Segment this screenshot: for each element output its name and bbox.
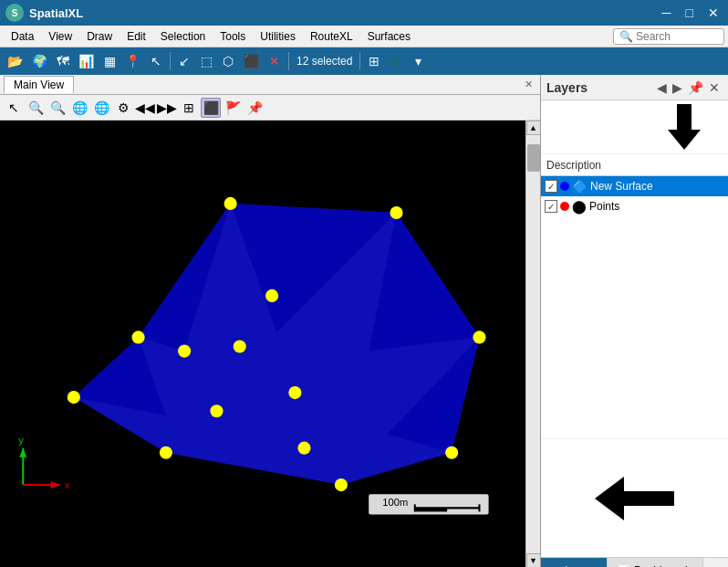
search-icon: 🔍 bbox=[619, 30, 633, 43]
left-arrow-head bbox=[595, 477, 624, 520]
vscroll-up-btn[interactable]: ▲ bbox=[526, 121, 541, 135]
toolbar-sep1 bbox=[170, 52, 171, 70]
toolbar-cursor-btn[interactable]: ↖ bbox=[146, 50, 166, 72]
menu-surfaces[interactable]: Surfaces bbox=[360, 28, 418, 45]
menu-view[interactable]: View bbox=[41, 28, 79, 45]
close-button[interactable]: ✕ bbox=[704, 5, 723, 20]
map-svg: 100m x y bbox=[0, 121, 525, 567]
point-7[interactable] bbox=[160, 446, 172, 459]
menu-edit[interactable]: Edit bbox=[120, 28, 153, 45]
layers-tab-bar: 🗂 Layers 📊 Dashboards bbox=[541, 557, 728, 567]
toolbar-globe-btn[interactable]: 🌍 bbox=[28, 50, 51, 72]
map-layer-btn[interactable]: ⬛ bbox=[201, 98, 221, 118]
maximize-button[interactable]: □ bbox=[682, 5, 697, 20]
dashboards-tab-icon: 📊 bbox=[617, 564, 630, 568]
minimize-button[interactable]: ─ bbox=[659, 5, 675, 20]
menu-routexl[interactable]: RouteXL bbox=[303, 28, 360, 45]
toolbar-x-btn[interactable]: ✕ bbox=[265, 50, 285, 72]
toolbar-map-btn[interactable]: 🗺 bbox=[53, 50, 73, 72]
layers-pin-btn[interactable]: 📌 bbox=[685, 79, 706, 96]
map-zoomin-btn[interactable]: 🔍 bbox=[26, 98, 46, 118]
layers-next-btn[interactable]: ▶ bbox=[670, 79, 685, 96]
menu-selection[interactable]: Selection bbox=[153, 28, 213, 45]
arrow-head bbox=[668, 130, 701, 150]
left-arrow-shaft bbox=[624, 491, 674, 506]
point-8[interactable] bbox=[68, 391, 80, 404]
app-title: S SpatialXL bbox=[5, 4, 83, 22]
tab-layers[interactable]: 🗂 Layers bbox=[541, 558, 608, 567]
down-arrow-area bbox=[541, 100, 728, 154]
point-3[interactable] bbox=[390, 206, 402, 219]
vscroll-thumb[interactable] bbox=[527, 144, 540, 172]
point-11[interactable] bbox=[265, 289, 278, 302]
point-1[interactable] bbox=[132, 331, 145, 343]
scale-fill bbox=[415, 508, 447, 511]
map-gear-btn[interactable]: ⚙ bbox=[113, 98, 133, 118]
layer-name-points: Points bbox=[589, 200, 724, 213]
map-globe2-btn[interactable]: 🌐 bbox=[91, 98, 111, 118]
menu-data[interactable]: Data bbox=[4, 28, 41, 45]
main-view-tab[interactable]: Main View bbox=[4, 76, 74, 93]
point-2[interactable] bbox=[224, 197, 237, 210]
point-14[interactable] bbox=[297, 442, 310, 455]
point-4[interactable] bbox=[473, 331, 485, 343]
toolbar-pin-btn[interactable]: 📍 bbox=[121, 50, 144, 72]
layers-tab-icon: 🗂 bbox=[550, 564, 561, 568]
layers-arrow-area bbox=[541, 438, 728, 557]
layers-list: 🔷 New Surface ⬤ Points bbox=[541, 176, 728, 438]
view-tab-close[interactable]: ✕ bbox=[521, 79, 536, 90]
toolbar-sep3 bbox=[359, 52, 360, 70]
app-logo: S bbox=[5, 4, 24, 22]
vscroll-track[interactable] bbox=[526, 135, 541, 553]
map-prev-btn[interactable]: ◀◀ bbox=[135, 98, 155, 118]
main-area: Main View ✕ ↖ 🔍 🔍 🌐 🌐 ⚙ ◀◀ ▶▶ ⊞ ⬛ 🚩 📌 bbox=[0, 75, 728, 567]
map-pointer-btn[interactable]: ↖ bbox=[4, 98, 24, 118]
map-vscroll: ▲ ▼ bbox=[525, 121, 540, 567]
search-box[interactable]: 🔍 bbox=[613, 28, 724, 45]
search-input[interactable] bbox=[636, 30, 718, 43]
point-5[interactable] bbox=[445, 446, 458, 459]
menu-tools[interactable]: Tools bbox=[213, 28, 253, 45]
toolbar-bar-btn[interactable]: 📊 bbox=[75, 50, 98, 72]
map-globe1-btn[interactable]: 🌐 bbox=[69, 98, 89, 118]
selected-count: 12 selected bbox=[293, 55, 356, 68]
dashboards-tab-label: Dashboards bbox=[634, 564, 693, 568]
toolbar-select-btn[interactable]: ⬚ bbox=[196, 50, 216, 72]
layer-visibility-points[interactable] bbox=[545, 200, 557, 213]
layers-header: Layers ◀ ▶ 📌 ✕ bbox=[541, 75, 728, 100]
layers-close-btn[interactable]: ✕ bbox=[706, 79, 723, 96]
toolbar-open-btn[interactable]: 📂 bbox=[4, 50, 26, 72]
toolbar-rect-btn[interactable]: ⬛ bbox=[240, 50, 263, 72]
layer-visibility-new-surface[interactable] bbox=[545, 180, 557, 193]
menu-draw[interactable]: Draw bbox=[79, 28, 120, 45]
toolbar-poly-btn[interactable]: ⬡ bbox=[218, 50, 238, 72]
map-zoomout-btn[interactable]: 🔍 bbox=[47, 98, 68, 118]
map-canvas[interactable]: 100m x y bbox=[0, 121, 525, 567]
menu-utilities[interactable]: Utilities bbox=[253, 28, 303, 45]
layers-desc-label: Description bbox=[546, 159, 601, 172]
toolbar-down-btn[interactable]: ▾ bbox=[408, 50, 428, 72]
layers-prev-btn[interactable]: ◀ bbox=[654, 79, 670, 96]
point-13[interactable] bbox=[288, 386, 301, 399]
point-6[interactable] bbox=[335, 478, 348, 491]
point-9[interactable] bbox=[178, 345, 191, 358]
x-label: x bbox=[65, 479, 70, 490]
toolbar-table-btn[interactable]: ⊞ bbox=[364, 50, 384, 72]
tab-dashboards[interactable]: 📊 Dashboards bbox=[608, 558, 703, 567]
map-grid-btn[interactable]: ⊞ bbox=[179, 98, 199, 118]
map-flag-btn[interactable]: 🚩 bbox=[223, 98, 243, 118]
point-10[interactable] bbox=[234, 340, 246, 352]
layer-item-new-surface[interactable]: 🔷 New Surface bbox=[541, 176, 728, 196]
point-12[interactable] bbox=[210, 404, 223, 417]
toolbar-arrow-btn[interactable]: ↙ bbox=[174, 50, 194, 72]
map-next-btn[interactable]: ▶▶ bbox=[157, 98, 177, 118]
toolbar-excel-btn[interactable]: X bbox=[386, 50, 406, 72]
vscroll-down-btn[interactable]: ▼ bbox=[526, 553, 541, 567]
menubar: Data View Draw Edit Selection Tools Util… bbox=[0, 26, 728, 47]
layer-name-new-surface: New Surface bbox=[590, 180, 724, 193]
layer-item-points[interactable]: ⬤ Points bbox=[541, 196, 728, 216]
left-arrow-icon bbox=[595, 477, 674, 520]
toolbar-square-btn[interactable]: ▦ bbox=[99, 50, 120, 72]
map-pin2-btn[interactable]: 📌 bbox=[244, 98, 265, 118]
layers-description-bar: Description bbox=[541, 154, 728, 176]
